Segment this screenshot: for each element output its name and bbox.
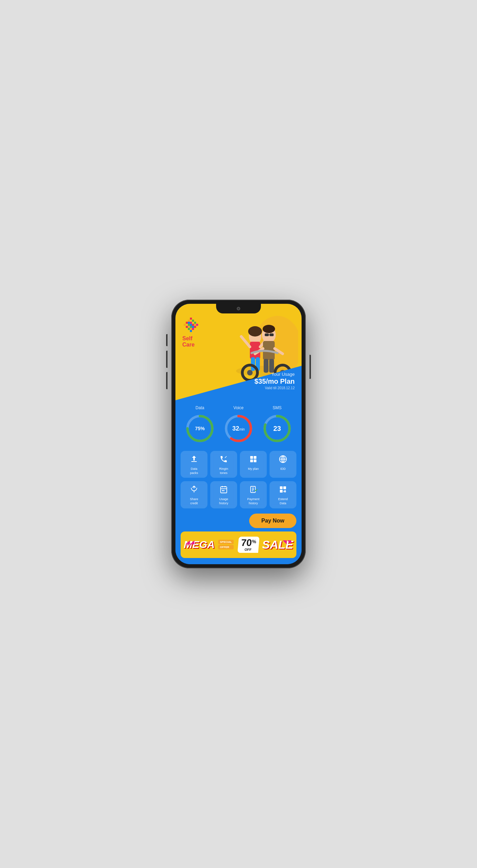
ringin-icon [220, 455, 228, 465]
svg-rect-32 [194, 322, 196, 324]
usage-info: Your Usage $35/mo Plan Valid till 2018.1… [254, 372, 295, 390]
share-credit-label: Sharecredit [190, 497, 198, 505]
svg-rect-64 [221, 487, 227, 493]
phone-device: Self Care Your Usage $35/mo Plan Valid t… [171, 300, 306, 568]
svg-rect-79 [283, 490, 286, 493]
data-value: 75% [195, 426, 205, 431]
svg-rect-42 [190, 326, 192, 328]
svg-rect-76 [280, 490, 283, 493]
svg-rect-34 [186, 324, 188, 326]
meters-row: Data 75% [181, 404, 296, 444]
volume-down-btn [166, 372, 168, 389]
svg-rect-27 [192, 320, 194, 322]
plan-name: $35/mo Plan [254, 378, 295, 385]
estend-data-label: EstendData [278, 497, 288, 505]
phone-notch [216, 304, 261, 313]
payment-history-icon [249, 485, 257, 496]
offer-label: OFFER [218, 545, 234, 549]
special-label: SPECIAL [218, 540, 234, 544]
sms-meter: SMS 23 [262, 405, 293, 444]
svg-rect-13 [270, 333, 274, 336]
svg-rect-47 [192, 328, 194, 330]
voice-label: Voice [233, 405, 243, 410]
data-meter: Data 75% [184, 405, 215, 444]
svg-rect-48 [190, 330, 192, 332]
svg-marker-82 [283, 540, 287, 545]
phone-screen: Self Care Your Usage $35/mo Plan Valid t… [175, 304, 302, 564]
data-packs-label: Datapacks [190, 467, 198, 475]
svg-rect-57 [254, 456, 256, 459]
sale-banner: MEGA SPECIAL OFFER 70 % OFF [181, 531, 296, 558]
percent-sign: % [252, 539, 256, 544]
svg-rect-68 [222, 490, 223, 491]
share-credit-icon [190, 485, 198, 496]
volume-up-btn [166, 351, 168, 368]
svg-rect-28 [186, 322, 188, 324]
svg-rect-38 [194, 324, 196, 326]
voice-meter: Voice 32min [223, 405, 254, 444]
svg-rect-30 [190, 322, 192, 324]
svg-marker-83 [287, 540, 291, 545]
idd-btn[interactable]: IDD [270, 451, 296, 478]
svg-rect-74 [280, 486, 283, 489]
my-plan-btn[interactable]: My plan [240, 451, 267, 478]
your-usage-label: Your Usage [254, 372, 295, 377]
share-credit-btn[interactable]: Sharecredit [181, 481, 207, 508]
usage-history-icon [220, 485, 228, 496]
volume-toggle-btn [166, 334, 168, 346]
svg-rect-29 [188, 322, 190, 324]
usage-history-label: Usagehistory [219, 497, 229, 505]
sale-banner-content: MEGA SPECIAL OFFER 70 % OFF [184, 537, 293, 553]
svg-rect-37 [192, 324, 194, 326]
svg-rect-25 [188, 320, 190, 322]
hero-section: Self Care Your Usage $35/mo Plan Valid t… [175, 304, 302, 400]
estend-data-icon [279, 485, 287, 496]
svg-rect-55 [191, 461, 197, 462]
front-camera [237, 307, 240, 310]
actions-row2: Sharecredit [181, 481, 296, 508]
estend-data-btn[interactable]: EstendData [270, 481, 296, 508]
svg-marker-81 [190, 540, 194, 545]
percent-text: 70 [241, 538, 252, 548]
sms-label: SMS [273, 405, 282, 410]
idd-icon [279, 455, 287, 465]
svg-rect-44 [194, 326, 196, 328]
svg-rect-59 [254, 459, 256, 462]
svg-rect-41 [188, 326, 190, 328]
app-logo: Self Care [182, 316, 201, 348]
svg-rect-12 [265, 333, 269, 336]
svg-rect-33 [184, 324, 186, 326]
usage-history-btn[interactable]: Usagehistory [210, 481, 237, 508]
sms-ring: 23 [262, 413, 293, 444]
ringin-tones-btn[interactable]: RingIntones [210, 451, 237, 478]
voice-ring: 32min [223, 413, 254, 444]
valid-till: Valid till 2018.12.12 [254, 386, 295, 390]
svg-marker-80 [186, 540, 190, 545]
svg-rect-24 [190, 318, 192, 320]
svg-rect-36 [190, 324, 192, 326]
payment-history-label: Paymenthistory [247, 497, 260, 505]
svg-rect-58 [250, 459, 253, 462]
data-packs-btn[interactable]: Datapacks [181, 451, 207, 478]
svg-rect-75 [283, 486, 286, 489]
data-label: Data [195, 405, 204, 410]
payment-history-btn[interactable]: Paymenthistory [240, 481, 267, 508]
pay-now-button[interactable]: Pay Now [249, 514, 296, 528]
svg-rect-45 [188, 328, 190, 330]
svg-rect-69 [223, 490, 224, 491]
ringin-tones-label: RingIntones [219, 467, 228, 475]
sms-value: 23 [273, 425, 281, 433]
logo-text: Self Care [182, 335, 201, 348]
svg-line-5 [241, 337, 250, 347]
svg-rect-46 [190, 328, 192, 330]
app-content: Self Care Your Usage $35/mo Plan Valid t… [175, 304, 302, 564]
voice-value: 32min [232, 425, 245, 432]
svg-rect-39 [196, 324, 198, 326]
my-plan-icon [249, 455, 257, 465]
power-btn [309, 355, 311, 379]
off-text: OFF [244, 548, 252, 551]
pay-now-row: Pay Now [181, 514, 296, 528]
idd-label: IDD [280, 467, 286, 471]
main-section: Data 75% [175, 400, 302, 564]
svg-rect-35 [188, 324, 190, 326]
